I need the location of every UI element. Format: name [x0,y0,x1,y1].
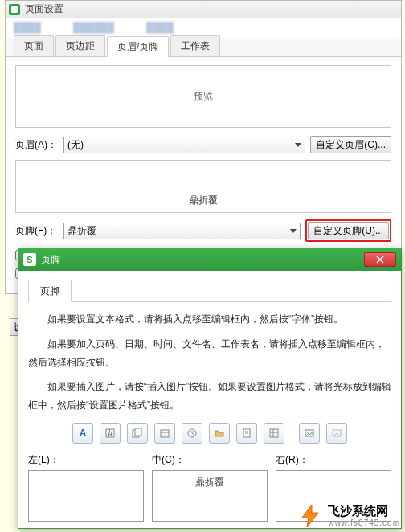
svg-rect-11 [270,429,278,437]
header-combo-value: (无) [68,138,84,152]
pages-total-button[interactable] [127,423,148,444]
highlight-ring: 自定义页脚(U)... [305,219,391,242]
watermark: 飞沙系统网 www.fs0745.com [297,503,400,529]
image-format-icon [331,428,342,439]
footer-preview: 鼎折覆 [15,160,391,213]
window-title: 页面设置 [25,2,63,16]
left-section: 左(L)： [28,453,144,522]
sheet-name-button[interactable] [264,423,284,444]
custom-header-button[interactable]: 自定义页眉(C)... [310,136,391,153]
footer-row: 页脚(F)： 鼎折覆 自定义页脚(U)... [15,219,391,242]
help-text-2: 如果要加入页码、日期、时间、文件名、工作表名，请将插入点移至编辑框内，然后选择相… [28,335,391,372]
footer-combo[interactable]: 鼎折覆 [63,223,301,239]
blurred-background-row: ██████████████ [6,18,401,36]
watermark-cn: 飞沙系统网 [328,505,400,518]
close-button[interactable] [364,252,396,267]
watermark-url: www.fs0745.com [328,518,400,527]
help-text-1: 如果要设置文本格式，请将插入点移至编辑框内，然后按“字体”按钮。 [28,310,391,329]
watermark-logo [297,503,323,529]
insert-image-button[interactable] [299,423,320,444]
dialog-tab-footer[interactable]: 页脚 [28,280,72,302]
footer-preview-text: 鼎折覆 [189,194,218,207]
footer-label: 页脚(F)： [15,224,59,238]
pages-icon [132,428,143,439]
center-editbox[interactable]: 鼎折覆 [152,470,268,522]
font-button[interactable]: A [72,423,93,444]
svg-text:#: # [108,428,113,439]
dialog-tab-strip: 页脚 [28,279,391,302]
dialog-app-icon: S [23,253,36,266]
center-section: 中(C)： 鼎折覆 [152,453,268,522]
lightning-icon [297,503,323,529]
help-text-3: 如果要插入图片，请按“插入图片”按钮。如果要设置图片格式，请将光标放到编辑框中，… [28,378,391,415]
center-editbox-value: 鼎折覆 [195,476,224,489]
right-label: 右(R)： [276,453,391,467]
dialog-titlebar: S 页脚 [18,248,401,271]
svg-rect-0 [11,6,18,13]
toolbar: A # [28,423,391,444]
page-number-icon: # [104,428,116,439]
preview-label: 预览 [194,90,213,104]
center-label: 中(C)： [152,453,268,467]
folder-icon [214,428,225,439]
custom-footer-button[interactable]: 自定义页脚(U)... [308,222,389,239]
titlebar: 页面设置 [6,1,401,18]
close-icon [376,256,384,264]
header-combo[interactable]: (无) [63,137,305,153]
tab-sheet[interactable]: 工作表 [170,35,220,56]
time-icon [186,428,198,439]
header-row: 页眉(A)： (无) 自定义页眉(C)... [15,136,391,153]
file-name-button[interactable] [236,423,257,444]
file-path-button[interactable] [209,423,230,444]
page-number-button[interactable]: # [100,423,121,444]
dialog-title: 页脚 [41,253,60,267]
svg-rect-4 [135,428,141,436]
tab-strip: 页面 页边距 页眉/页脚 工作表 [6,38,401,57]
image-icon [304,428,315,439]
dialog-body: 页脚 如果要设置文本格式，请将插入点移至编辑框内，然后按“字体”按钮。 如果要加… [18,271,401,530]
header-preview: 预览 [15,65,391,128]
date-button[interactable] [154,423,175,444]
font-icon: A [80,428,87,439]
tab-margins[interactable]: 页边距 [55,35,105,56]
footer-combo-value: 鼎折覆 [68,224,96,238]
date-icon [159,428,170,439]
left-editbox[interactable] [28,470,144,522]
tab-page[interactable]: 页面 [14,35,54,56]
tab-header-footer[interactable]: 页眉/页脚 [107,36,169,57]
left-label: 左(L)： [28,453,144,467]
time-button[interactable] [182,423,202,444]
header-label: 页眉(A)： [15,138,59,152]
image-format-button[interactable] [326,423,347,444]
watermark-text: 飞沙系统网 www.fs0745.com [328,505,400,527]
footer-dialog: S 页脚 页脚 如果要设置文本格式，请将插入点移至编辑框内，然后按“字体”按钮。… [18,248,402,529]
svg-rect-5 [161,430,169,437]
file-icon [241,428,252,439]
svg-marker-17 [302,505,318,527]
sheet-icon [268,428,280,439]
app-icon [9,4,20,15]
